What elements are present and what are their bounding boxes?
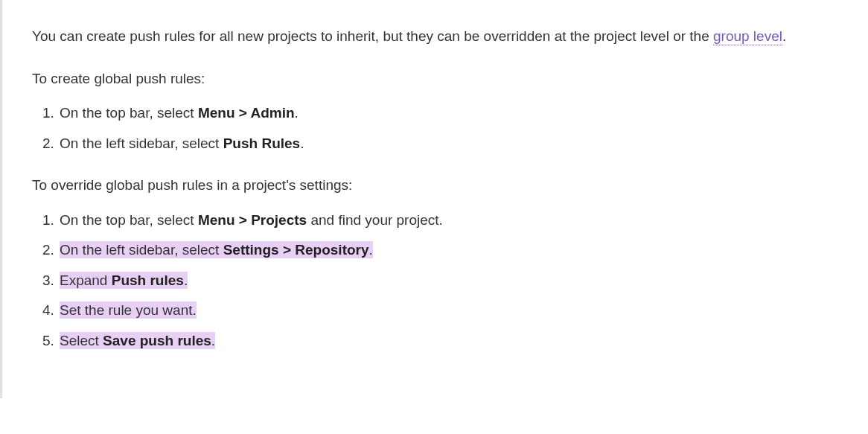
list-item: Select Save push rules. (58, 331, 838, 352)
list-item: Set the rule you want. (58, 300, 838, 322)
highlighted-text: Expand Push rules. (60, 272, 188, 289)
item-bold: Push rules (112, 272, 184, 288)
section2-list: On the top bar, select Menu > Projects a… (58, 210, 838, 352)
item-bold: Save push rules (103, 333, 211, 348)
highlighted-text: On the left sidebar, select Settings > R… (60, 241, 373, 258)
item-middle: and find your project. (307, 212, 443, 228)
list-item: On the top bar, select Menu > Projects a… (58, 210, 838, 232)
item-bold: Menu > Projects (198, 212, 307, 228)
highlighted-text: Set the rule you want. (60, 301, 197, 319)
section1-list: On the top bar, select Menu > Admin.On t… (58, 103, 838, 154)
list-item: On the left sidebar, select Settings > R… (58, 240, 838, 261)
item-bold: Settings > Repository (223, 242, 369, 258)
item-text: Select (60, 333, 103, 348)
item-bold: Menu > Admin (198, 105, 295, 121)
section1-heading: To create global push rules: (32, 68, 838, 90)
intro-paragraph: You can create push rules for all new pr… (32, 26, 838, 48)
item-text: Expand (60, 272, 112, 288)
item-suffix: . (184, 272, 188, 288)
section2-heading: To override global push rules in a proje… (32, 175, 838, 197)
intro-text-after: . (782, 28, 786, 44)
intro-text-before: You can create push rules for all new pr… (32, 28, 713, 44)
list-item: Expand Push rules. (58, 270, 838, 292)
item-text: Set the rule you want. (60, 302, 197, 318)
item-text: On the left sidebar, select (60, 242, 223, 258)
item-text: On the left sidebar, select (60, 135, 223, 151)
group-level-link[interactable]: group level (713, 28, 782, 45)
list-item: On the left sidebar, select Push Rules. (58, 133, 838, 155)
item-bold: Push Rules (223, 135, 300, 151)
list-item: On the top bar, select Menu > Admin. (58, 103, 838, 124)
highlighted-text: Select Save push rules. (60, 332, 215, 349)
item-suffix: . (211, 333, 215, 348)
item-suffix: . (369, 242, 373, 258)
item-suffix: . (295, 105, 299, 121)
item-text: On the top bar, select (60, 212, 198, 228)
item-text: On the top bar, select (60, 105, 198, 121)
item-suffix: . (300, 135, 304, 151)
